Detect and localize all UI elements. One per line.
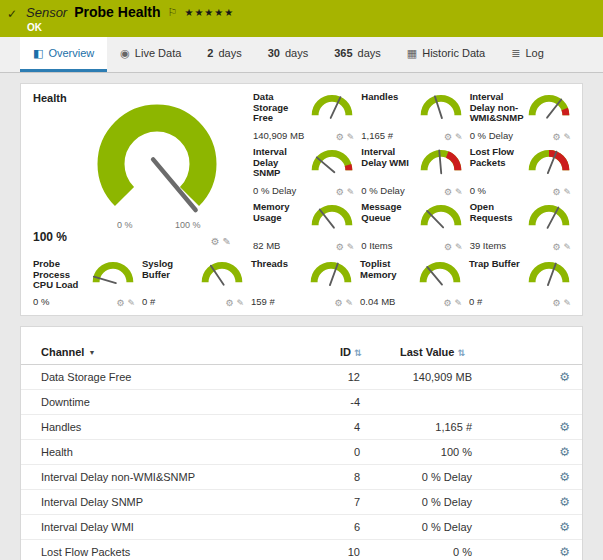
gauge [309,147,355,175]
table-row: Interval Delay non-WMI&SNMP 8 0 % Delay … [21,465,582,490]
gauge-label: Threads [251,259,304,270]
tab-number: 365 [334,47,352,59]
channel-settings-icon[interactable]: ⚙ [559,520,570,534]
channel-id: -4 [340,396,392,408]
gauge-settings-icon[interactable]: ⚙ [552,187,560,197]
tab-30-days[interactable]: 30 days [255,37,322,72]
live-data-icon: ◉ [120,47,130,60]
historic-data-icon: ▦ [407,47,417,60]
gauge-tile[interactable]: Open Requests 39 Items ⚙ ✎ [466,200,574,255]
gauge-settings-icon[interactable]: ⚙ [444,132,452,142]
gauge-pin-icon[interactable]: ✎ [455,132,463,142]
tab-number: 30 [268,47,280,59]
gauge-tile[interactable]: Interval Delay WMI 0 % Delay ⚙ ✎ [357,145,465,200]
table-body: Data Storage Free 12 140,909 MB ⚙ Downti… [21,365,582,560]
favorite-stars-icon[interactable]: ★★★★★ [184,7,234,18]
gauge-settings-icon[interactable]: ⚙ [211,236,220,247]
gauge-pin-icon[interactable]: ✎ [127,298,135,308]
status-check-icon: ✓ [7,7,17,21]
gauge-settings-icon[interactable]: ⚙ [444,187,452,197]
tab-2-days[interactable]: 2 days [194,37,254,72]
gauge-settings-icon[interactable]: ⚙ [552,298,560,308]
gauge-pin-icon[interactable]: ✎ [347,242,355,252]
channels-table-panel: Channel▼ ID⇅ Last Value⇅ Data Storage Fr… [20,326,583,560]
tab-label: Log [525,47,543,59]
gauge-pin-icon[interactable]: ✎ [236,298,244,308]
column-header-channel[interactable]: Channel▼ [21,346,340,358]
gauge [526,259,572,287]
gauge-tile[interactable]: Probe Process CPU Load 0 % ⚙ ✎ [29,257,138,311]
gauge-tile[interactable]: Memory Usage 82 MB ⚙ ✎ [249,200,357,255]
gauge-label: Interval Delay SNMP [253,147,305,179]
column-header-id[interactable]: ID⇅ [340,346,392,358]
gauge-value: 159 # [251,296,275,307]
channel-settings-icon[interactable]: ⚙ [559,420,570,434]
gauge-tile-actions: ⚙ ✎ [336,132,355,142]
gauge-settings-icon[interactable]: ⚙ [443,298,451,308]
gauge [526,147,572,175]
channel-settings-icon[interactable]: ⚙ [559,495,570,509]
gauge-tile[interactable]: Lost Flow Packets 0 % ⚙ ✎ [466,145,574,200]
channel-id: 6 [340,521,392,533]
channel-last-value: 0 % Delay [392,521,524,533]
gauge-tile[interactable]: Interval Delay SNMP 0 % Delay ⚙ ✎ [249,145,357,200]
gauge-settings-icon[interactable]: ⚙ [334,298,342,308]
gauge-pin-icon[interactable]: ✎ [223,236,231,247]
gauge-settings-icon[interactable]: ⚙ [552,132,560,142]
gauge-pin-icon[interactable]: ✎ [345,298,353,308]
gauge [526,202,572,230]
tab-live-data[interactable]: ◉ Live Data [107,37,194,72]
column-header-last-value[interactable]: Last Value⇅ [392,346,524,358]
gauge-tile[interactable]: Trap Buffer 0 # ⚙ ✎ [465,257,574,311]
tab-log[interactable]: ≣ Log [498,37,557,72]
gauge [526,92,572,120]
gauge-settings-icon[interactable]: ⚙ [444,242,452,252]
table-row: Lost Flow Packets 10 0 % ⚙ [21,540,582,560]
table-header-row: Channel▼ ID⇅ Last Value⇅ [21,339,582,365]
gauge-pin-icon[interactable]: ✎ [563,187,571,197]
gauge-min-label: 0 % [117,220,133,230]
gauge-pin-icon[interactable]: ✎ [347,132,355,142]
channel-id: 4 [340,421,392,433]
table-row: Health 0 100 % ⚙ [21,440,582,465]
gauge-value: 0 % Delay [253,185,296,196]
gauge-pin-icon[interactable]: ✎ [455,187,463,197]
gauge-pin-icon[interactable]: ✎ [455,242,463,252]
gauge-settings-icon[interactable]: ⚙ [552,242,560,252]
gauge-value: 82 MB [253,240,280,251]
gauge-tile[interactable]: Handles 1,165 # ⚙ ✎ [357,90,465,145]
gauge-settings-icon[interactable]: ⚙ [336,132,344,142]
gauge-settings-icon[interactable]: ⚙ [225,298,233,308]
tab-overview[interactable]: ◧ Overview [20,37,107,72]
channel-settings-icon[interactable]: ⚙ [559,545,570,559]
priority-flag-icon[interactable]: ⚐ [168,6,178,19]
channel-id: 10 [340,546,392,558]
channel-settings-icon[interactable]: ⚙ [559,445,570,459]
channel-settings-icon[interactable]: ⚙ [559,370,570,384]
tab-365-days[interactable]: 365 days [321,37,394,72]
channel-last-value: 140,909 MB [392,371,524,383]
tab-historic-data[interactable]: ▦ Historic Data [394,37,498,72]
channel-name: Interval Delay WMI [21,521,340,533]
gauge-pin-icon[interactable]: ✎ [347,187,355,197]
gauge-pin-icon[interactable]: ✎ [454,298,462,308]
gauge-tile[interactable]: Toplist Memory 0.04 MB ⚙ ✎ [356,257,465,311]
gauge-pin-icon[interactable]: ✎ [563,242,571,252]
gauge-pin-icon[interactable]: ✎ [563,132,571,142]
gauge-settings-icon[interactable]: ⚙ [336,242,344,252]
gauge-pin-icon[interactable]: ✎ [563,298,571,308]
gauge-tile[interactable]: Data Storage Free 140,909 MB ⚙ ✎ [249,90,357,145]
gauge-tile-actions: ⚙ ✎ [444,242,463,252]
channel-id: 0 [340,446,392,458]
tab-number: 2 [207,47,213,59]
channel-id: 12 [340,371,392,383]
gauge-tile[interactable]: Interval Delay non-WMI&SNMP 0 % Delay ⚙ … [466,90,574,145]
gauge-settings-icon[interactable]: ⚙ [116,298,124,308]
gauge-tile[interactable]: Threads 159 # ⚙ ✎ [247,257,356,311]
gauge-tile[interactable]: Syslog Buffer 0 # ⚙ ✎ [138,257,247,311]
gauge-tile[interactable]: Message Queue 0 Items ⚙ ✎ [357,200,465,255]
gauge-settings-icon[interactable]: ⚙ [336,187,344,197]
gauge-tile-actions: ⚙ ✎ [116,298,135,308]
health-gauge-tile[interactable]: Health 0 % 100 % 100 % ⚙ ✎ [29,90,249,255]
channel-settings-icon[interactable]: ⚙ [559,470,570,484]
